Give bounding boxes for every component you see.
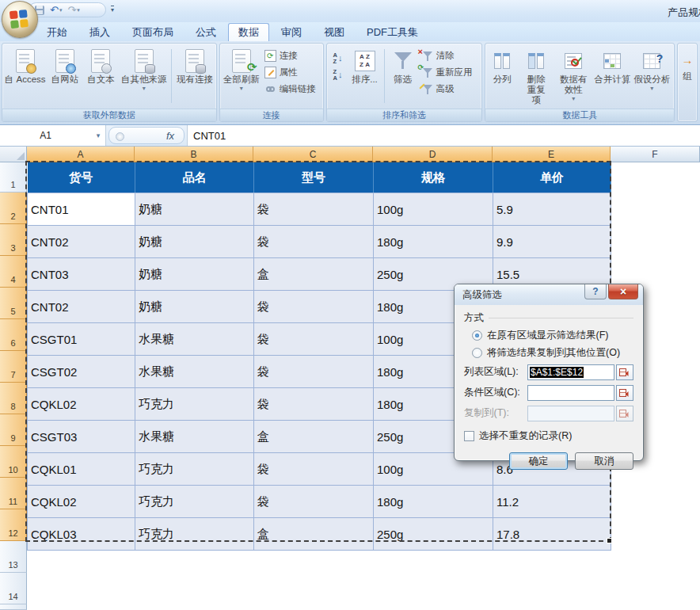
cell-B6[interactable]: 水果糖 [135, 323, 254, 356]
column-header-B[interactable]: B [135, 147, 253, 162]
cell-C7[interactable]: 袋 [254, 356, 374, 388]
insert-function-button[interactable]: fx [108, 127, 185, 144]
cell-B9[interactable]: 水果糖 [135, 421, 254, 453]
cell-A2[interactable]: CNT01 [28, 193, 135, 226]
cell-A7[interactable]: CSGT02 [28, 356, 135, 388]
from-web-button[interactable]: 自网站 [47, 45, 82, 107]
cell-C9[interactable]: 盒 [254, 421, 374, 453]
cell-D3[interactable]: 180g [374, 226, 493, 258]
cell-C4[interactable]: 盒 [254, 258, 374, 291]
cell-C3[interactable]: 袋 [254, 226, 374, 258]
unique-records-checkbox[interactable]: 选择不重复的记录(R) [464, 429, 633, 443]
data-validation-button[interactable]: 数据有效性 ▾ [554, 45, 592, 107]
what-if-analysis-button[interactable]: ? 假设分析 ▾ [632, 45, 671, 107]
row-header-14[interactable]: 14 [0, 573, 27, 604]
row-header-6[interactable]: 6 [0, 319, 27, 351]
tab-review[interactable]: 审阅 [271, 23, 312, 41]
row-header-4[interactable]: 4 [0, 256, 27, 288]
properties-button[interactable]: 属性 [262, 64, 318, 81]
cell-D11[interactable]: 180g [374, 486, 493, 518]
name-box-dropdown-icon[interactable]: ▾ [91, 132, 105, 139]
group-button[interactable]: → 组 [679, 45, 696, 120]
row-header-9[interactable]: 9 [0, 414, 27, 446]
tab-view[interactable]: 视图 [314, 23, 355, 41]
filter-button[interactable]: 筛选 [387, 45, 419, 107]
table-header-cell-product-name[interactable]: 品名 [135, 162, 254, 193]
fill-handle[interactable] [607, 538, 612, 543]
cell-A10[interactable]: CQKL01 [28, 453, 135, 486]
cell-B10[interactable]: 巧克力 [135, 453, 254, 486]
name-box[interactable]: A1 ▾ [0, 125, 106, 146]
cell-B5[interactable]: 奶糖 [135, 291, 254, 323]
column-header-F[interactable]: F [611, 147, 700, 162]
row-header-10[interactable]: 10 [0, 446, 27, 478]
formula-input[interactable]: CNT01 [187, 125, 700, 146]
consolidate-button[interactable]: 合并计算 [592, 45, 632, 107]
column-header-A[interactable]: A [27, 147, 135, 162]
cell-A4[interactable]: CNT03 [28, 258, 135, 291]
table-header-cell-model[interactable]: 型号 [254, 162, 374, 193]
clear-filter-button[interactable]: × 清除 [419, 48, 475, 64]
sort-descending-button[interactable]: ZA↓ [328, 67, 348, 83]
from-access-button[interactable]: 自 Access [3, 45, 47, 107]
reapply-filter-button[interactable]: ⟳ 重新应用 [419, 64, 475, 81]
table-header-cell-unit-price[interactable]: 单价 [493, 162, 611, 193]
cell-A11[interactable]: CQKL02 [28, 486, 135, 518]
cancel-button[interactable]: 取消 [575, 452, 633, 470]
cell-E12[interactable]: 17.8 [493, 518, 611, 551]
cell-E3[interactable]: 9.9 [493, 226, 611, 258]
list-range-input[interactable]: $A$1:$E$12 [527, 364, 614, 380]
edit-links-button[interactable]: 编辑链接 [262, 81, 318, 97]
tab-insert[interactable]: 插入 [79, 23, 120, 41]
criteria-range-picker-button[interactable] [616, 385, 633, 401]
table-header-cell-item-no[interactable]: 货号 [28, 162, 135, 193]
redo-button[interactable]: ↷▾ [67, 5, 79, 15]
qat-customize-icon[interactable]: ▾ [111, 6, 114, 14]
list-range-picker-button[interactable] [616, 364, 633, 380]
from-other-sources-button[interactable]: 自其他来源 ▾ [119, 45, 169, 107]
cell-B8[interactable]: 巧克力 [135, 388, 254, 421]
criteria-range-input[interactable] [527, 385, 614, 401]
row-header-8[interactable]: 8 [0, 383, 27, 414]
cell-B4[interactable]: 奶糖 [135, 258, 254, 291]
tab-data[interactable]: 数据 [228, 23, 269, 41]
cell-C2[interactable]: 袋 [254, 193, 374, 226]
row-header-13[interactable]: 13 [0, 541, 27, 573]
row-header-7[interactable]: 7 [0, 351, 27, 383]
tab-page-layout[interactable]: 页面布局 [122, 23, 184, 41]
tab-home[interactable]: 开始 [36, 23, 78, 41]
row-header-11[interactable]: 11 [0, 478, 27, 509]
cell-C11[interactable]: 袋 [254, 486, 374, 518]
cell-A3[interactable]: CNT02 [28, 226, 135, 258]
select-all-button[interactable] [0, 147, 27, 162]
row-header-12[interactable]: 12 [0, 509, 27, 541]
tab-formulas[interactable]: 公式 [185, 23, 226, 41]
office-button[interactable] [2, 1, 38, 38]
column-header-C[interactable]: C [253, 147, 373, 162]
sort-ascending-button[interactable]: AZ↓ [328, 50, 348, 67]
text-to-columns-button[interactable]: 分列 [486, 45, 518, 107]
cell-D12[interactable]: 250g [374, 518, 493, 551]
cell-A8[interactable]: CQKL02 [28, 388, 135, 421]
cell-D2[interactable]: 100g [374, 193, 493, 226]
refresh-all-button[interactable]: ⟳ 全部刷新 ▾ [221, 45, 262, 107]
table-header-cell-spec[interactable]: 规格 [374, 162, 493, 193]
cell-B2[interactable]: 奶糖 [135, 193, 254, 226]
cell-B11[interactable]: 巧克力 [135, 486, 254, 518]
cell-C10[interactable]: 袋 [254, 453, 374, 486]
existing-connections-button[interactable]: 现有连接 [174, 45, 215, 107]
row-header-1[interactable]: 1 [0, 162, 27, 193]
cell-A6[interactable]: CSGT01 [28, 323, 135, 356]
cell-B12[interactable]: 巧克力 [135, 518, 254, 551]
cell-C6[interactable]: 袋 [254, 323, 374, 356]
cell-C5[interactable]: 袋 [254, 291, 374, 323]
row-header-2[interactable]: 2 [0, 193, 27, 224]
cell-C8[interactable]: 袋 [254, 388, 374, 421]
from-text-button[interactable]: 自文本 [83, 45, 119, 107]
remove-duplicates-button[interactable]: 删除重复项 [518, 45, 554, 107]
column-header-E[interactable]: E [493, 147, 611, 162]
column-header-D[interactable]: D [373, 147, 493, 162]
connections-button[interactable]: ⟳ 连接 [262, 48, 318, 64]
radio-filter-in-place[interactable]: 在原有区域显示筛选结果(F) [472, 329, 633, 342]
close-button[interactable]: × [608, 284, 638, 299]
